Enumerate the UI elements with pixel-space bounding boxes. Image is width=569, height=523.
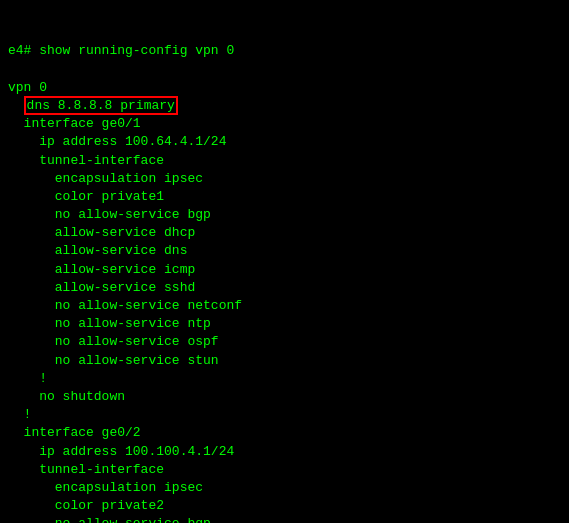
terminal-line: no allow-service bgp <box>8 206 561 224</box>
terminal: e4# show running-config vpn 0 <box>8 6 561 79</box>
terminal-line: no allow-service ospf <box>8 333 561 351</box>
terminal-line: no allow-service netconf <box>8 297 561 315</box>
terminal-line: vpn 0 <box>8 79 561 97</box>
terminal-line: allow-service dns <box>8 242 561 260</box>
terminal-line: ! <box>8 370 561 388</box>
terminal-output: vpn 0 dns 8.8.8.8 primary interface ge0/… <box>8 79 561 523</box>
terminal-line: encapsulation ipsec <box>8 170 561 188</box>
terminal-line: allow-service icmp <box>8 261 561 279</box>
terminal-line: allow-service sshd <box>8 279 561 297</box>
terminal-line: allow-service dhcp <box>8 224 561 242</box>
terminal-line: no allow-service bgp <box>8 515 561 523</box>
terminal-line: color private1 <box>8 188 561 206</box>
terminal-line: interface ge0/1 <box>8 115 561 133</box>
terminal-line: tunnel-interface <box>8 461 561 479</box>
terminal-line: interface ge0/2 <box>8 424 561 442</box>
terminal-line: dns 8.8.8.8 primary <box>8 97 561 115</box>
terminal-line: no shutdown <box>8 388 561 406</box>
terminal-line: no allow-service stun <box>8 352 561 370</box>
highlighted-text: dns 8.8.8.8 primary <box>24 96 178 115</box>
prompt-line: e4# show running-config vpn 0 <box>8 42 561 60</box>
terminal-line: encapsulation ipsec <box>8 479 561 497</box>
terminal-line: tunnel-interface <box>8 152 561 170</box>
terminal-line: ! <box>8 406 561 424</box>
terminal-line: no allow-service ntp <box>8 315 561 333</box>
terminal-line: ip address 100.100.4.1/24 <box>8 443 561 461</box>
terminal-line: ip address 100.64.4.1/24 <box>8 133 561 151</box>
terminal-line: color private2 <box>8 497 561 515</box>
